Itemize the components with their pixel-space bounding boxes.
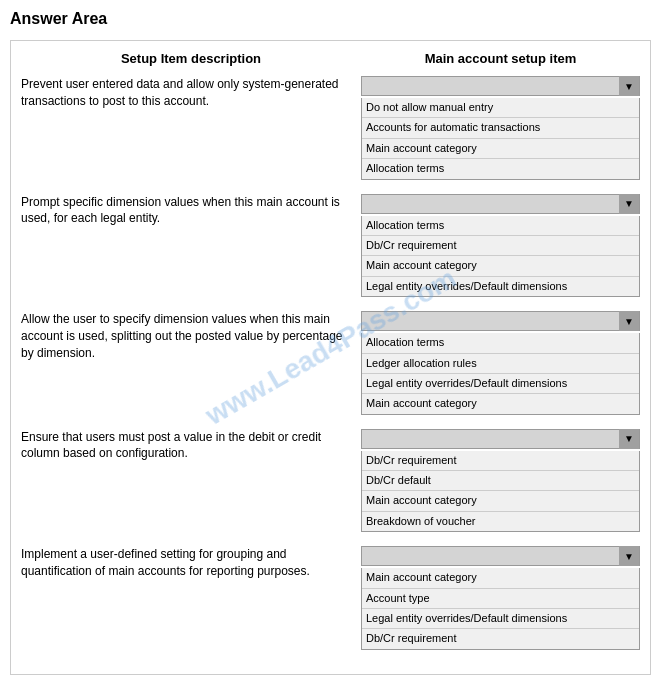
- dropdown-options-list: Do not allow manual entryAccounts for au…: [361, 98, 640, 180]
- chevron-down-icon[interactable]: ▼: [619, 429, 639, 449]
- table-row: Prompt specific dimension values when th…: [21, 194, 640, 298]
- list-item[interactable]: Allocation terms: [362, 333, 639, 353]
- setup-item-description: Implement a user-defined setting for gro…: [21, 546, 361, 580]
- list-item[interactable]: Account type: [362, 589, 639, 609]
- answer-area: Setup Item description Main account setu…: [10, 40, 651, 675]
- header-main-account: Main account setup item: [361, 51, 640, 66]
- dropdown-selector[interactable]: ▼: [361, 311, 640, 331]
- header-setup-item: Setup Item description: [21, 51, 361, 66]
- chevron-down-icon[interactable]: ▼: [619, 76, 639, 96]
- dropdown-selector[interactable]: ▼: [361, 546, 640, 566]
- dropdown-selector[interactable]: ▼: [361, 76, 640, 96]
- dropdown-options-list: Db/Cr requirementDb/Cr defaultMain accou…: [361, 451, 640, 533]
- main-account-dropdown-area: ▼Main account categoryAccount typeLegal …: [361, 546, 640, 650]
- list-item[interactable]: Allocation terms: [362, 216, 639, 236]
- main-account-dropdown-area: ▼Db/Cr requirementDb/Cr defaultMain acco…: [361, 429, 640, 533]
- list-item[interactable]: Accounts for automatic transactions: [362, 118, 639, 138]
- main-account-dropdown-area: ▼Allocation termsLedger allocation rules…: [361, 311, 640, 415]
- table-row: Allow the user to specify dimension valu…: [21, 311, 640, 415]
- list-item[interactable]: Main account category: [362, 394, 639, 413]
- setup-item-description: Allow the user to specify dimension valu…: [21, 311, 361, 361]
- list-item[interactable]: Legal entity overrides/Default dimension…: [362, 609, 639, 629]
- list-item[interactable]: Legal entity overrides/Default dimension…: [362, 277, 639, 296]
- table-row: Ensure that users must post a value in t…: [21, 429, 640, 533]
- list-item[interactable]: Legal entity overrides/Default dimension…: [362, 374, 639, 394]
- dropdown-selector[interactable]: ▼: [361, 194, 640, 214]
- list-item[interactable]: Main account category: [362, 139, 639, 159]
- list-item[interactable]: Main account category: [362, 568, 639, 588]
- dropdown-options-list: Allocation termsLedger allocation rulesL…: [361, 333, 640, 415]
- list-item[interactable]: Do not allow manual entry: [362, 98, 639, 118]
- table-header: Setup Item description Main account setu…: [21, 51, 640, 66]
- dropdown-selector[interactable]: ▼: [361, 429, 640, 449]
- setup-item-description: Prompt specific dimension values when th…: [21, 194, 361, 228]
- rows-container: Prevent user entered data and allow only…: [21, 76, 640, 650]
- main-account-dropdown-area: ▼Do not allow manual entryAccounts for a…: [361, 76, 640, 180]
- list-item[interactable]: Breakdown of voucher: [362, 512, 639, 531]
- dropdown-options-list: Allocation termsDb/Cr requirementMain ac…: [361, 216, 640, 298]
- chevron-down-icon[interactable]: ▼: [619, 194, 639, 214]
- list-item[interactable]: Db/Cr requirement: [362, 451, 639, 471]
- dropdown-options-list: Main account categoryAccount typeLegal e…: [361, 568, 640, 650]
- page-title: Answer Area: [10, 10, 651, 28]
- list-item[interactable]: Ledger allocation rules: [362, 354, 639, 374]
- list-item[interactable]: Allocation terms: [362, 159, 639, 178]
- chevron-down-icon[interactable]: ▼: [619, 311, 639, 331]
- list-item[interactable]: Db/Cr default: [362, 471, 639, 491]
- chevron-down-icon[interactable]: ▼: [619, 546, 639, 566]
- list-item[interactable]: Main account category: [362, 256, 639, 276]
- table-row: Implement a user-defined setting for gro…: [21, 546, 640, 650]
- setup-item-description: Prevent user entered data and allow only…: [21, 76, 361, 110]
- list-item[interactable]: Db/Cr requirement: [362, 236, 639, 256]
- table-row: Prevent user entered data and allow only…: [21, 76, 640, 180]
- main-account-dropdown-area: ▼Allocation termsDb/Cr requirementMain a…: [361, 194, 640, 298]
- list-item[interactable]: Main account category: [362, 491, 639, 511]
- setup-item-description: Ensure that users must post a value in t…: [21, 429, 361, 463]
- list-item[interactable]: Db/Cr requirement: [362, 629, 639, 648]
